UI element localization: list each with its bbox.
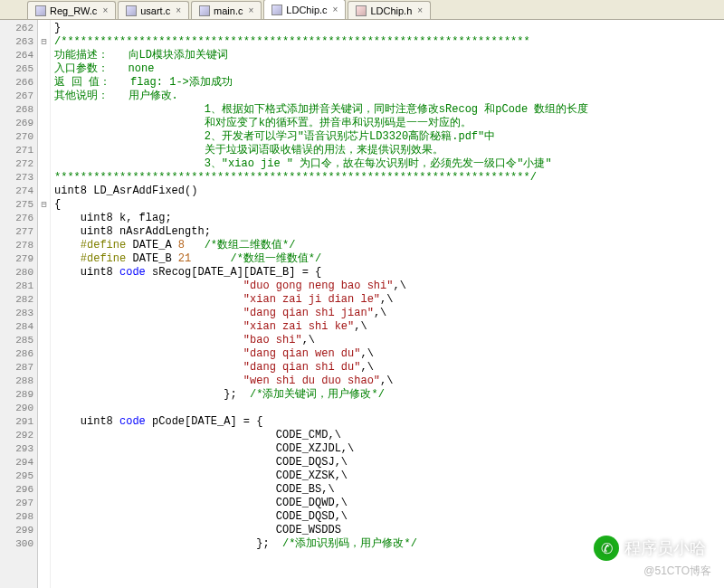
- code-token: uint8: [54, 266, 119, 279]
- line-number: 265: [0, 62, 33, 76]
- fold-line: [38, 239, 50, 252]
- code-token: 1、根据如下格式添加拼音关键词，同时注意修改sRecog 和pCode 数组的长…: [54, 103, 588, 116]
- fold-line: [38, 347, 50, 361]
- close-icon[interactable]: ×: [417, 5, 423, 15]
- line-number: 278: [0, 239, 33, 252]
- code-line[interactable]: CODE_CMD,\: [54, 429, 724, 442]
- code-token: uint8 k, flag;: [54, 212, 172, 224]
- code-line[interactable]: "dang qian shi du",\: [54, 361, 724, 375]
- code-line[interactable]: "wen shi du duo shao",\: [54, 375, 724, 388]
- code-token: CODE_DQSJ,\: [54, 456, 348, 469]
- code-line[interactable]: "dang qian wen du",\: [54, 347, 724, 361]
- tab-label: main.c: [214, 5, 243, 16]
- code-token: CODE_CMD,\: [54, 429, 341, 441]
- tab-ldchip-c[interactable]: LDChip.c×: [263, 0, 346, 19]
- code-line[interactable]: ****************************************…: [54, 171, 724, 185]
- code-token: }: [54, 22, 61, 34]
- fold-toggle-icon[interactable]: ⊟: [38, 35, 50, 49]
- code-line[interactable]: uint8 code pCode[DATE_A] = {: [54, 415, 724, 429]
- code-token: CODE_XZSK,\: [54, 469, 348, 482]
- fold-line: [38, 537, 50, 551]
- line-number: 288: [0, 375, 33, 388]
- code-line[interactable]: "duo gong neng bao shi",\: [54, 280, 724, 293]
- tab-label: usart.c: [140, 5, 170, 16]
- code-line[interactable]: 关于垃圾词语吸收错误的用法，来提供识别效果。: [54, 144, 724, 157]
- line-number: 300: [0, 537, 33, 551]
- code-line[interactable]: CODE_XZJDL,\: [54, 442, 724, 456]
- code-line[interactable]: "xian zai ji dian le",\: [54, 293, 724, 307]
- line-number: 280: [0, 266, 33, 280]
- close-icon[interactable]: ×: [333, 5, 338, 14]
- close-icon[interactable]: ×: [248, 5, 253, 15]
- line-number: 283: [0, 307, 33, 320]
- code-token: ,\: [360, 347, 373, 360]
- code-line[interactable]: 1、根据如下格式添加拼音关键词，同时注意修改sRecog 和pCode 数组的长…: [54, 103, 724, 117]
- line-number: 281: [0, 280, 33, 293]
- code-line[interactable]: 其他说明： 用户修改.: [54, 90, 724, 103]
- close-icon[interactable]: ×: [176, 5, 181, 15]
- code-token: [191, 252, 230, 265]
- code-line[interactable]: CODE_DQSD,\: [54, 510, 724, 524]
- file-c-icon: [272, 5, 282, 15]
- code-line[interactable]: }: [54, 22, 724, 35]
- code-token: };: [54, 388, 250, 401]
- line-number: 297: [0, 497, 33, 510]
- code-line[interactable]: CODE_DQSJ,\: [54, 456, 724, 469]
- line-number: 298: [0, 510, 33, 524]
- code-token: sRecog[DATE_A][DATE_B] = {: [146, 266, 321, 279]
- code-line[interactable]: CODE_XZSK,\: [54, 469, 724, 483]
- fold-line: [38, 157, 50, 171]
- tab-main-c[interactable]: main.c×: [191, 1, 262, 19]
- code-line[interactable]: #define DATE_A 8 /*数组二维数值*/: [54, 239, 724, 252]
- code-line[interactable]: uint8 LD_AsrAddFixed(): [54, 185, 724, 198]
- fold-line: [38, 510, 50, 524]
- code-line[interactable]: [54, 402, 724, 415]
- code-line[interactable]: CODE_BS,\: [54, 483, 724, 497]
- code-line[interactable]: uint8 code sRecog[DATE_A][DATE_B] = {: [54, 266, 724, 280]
- code-line[interactable]: 返 回 值： flag: 1->添加成功: [54, 76, 724, 90]
- tab-usart-c[interactable]: usart.c×: [118, 1, 189, 19]
- fold-line: [38, 293, 50, 307]
- code-line[interactable]: "bao shi",\: [54, 334, 724, 347]
- code-line[interactable]: 2、开发者可以学习"语音识别芯片LD3320高阶秘籍.pdf"中: [54, 130, 724, 144]
- line-number: 267: [0, 90, 33, 103]
- fold-line: [38, 524, 50, 537]
- line-number: 275: [0, 198, 33, 212]
- code-token: #define: [81, 239, 126, 251]
- code-token: uint8: [54, 415, 119, 428]
- file-c-icon: [199, 5, 210, 16]
- code-area[interactable]: }/**************************************…: [51, 20, 724, 588]
- code-token: ,\: [374, 307, 386, 319]
- code-line[interactable]: uint8 k, flag;: [54, 212, 724, 225]
- code-line[interactable]: 和对应变了k的循环置。拼音串和识别码是一一对应的。: [54, 117, 724, 130]
- fold-column[interactable]: ⊟⊟: [38, 20, 51, 588]
- code-token: 返 回 值： flag: 1->添加成功: [54, 76, 233, 89]
- close-icon[interactable]: ×: [102, 5, 108, 15]
- fold-toggle-icon[interactable]: ⊟: [38, 198, 50, 212]
- code-line[interactable]: 功能描述： 向LD模块添加关键词: [54, 49, 724, 62]
- code-line[interactable]: "dang qian shi jian",\: [54, 307, 724, 320]
- code-line[interactable]: 3、"xiao jie " 为口令，故在每次识别时，必须先发一级口令"小捷": [54, 157, 724, 171]
- tab-ldchip-h[interactable]: LDChip.h×: [348, 1, 431, 19]
- code-token: "xian zai shi ke": [243, 320, 354, 333]
- code-line[interactable]: /***************************************…: [54, 35, 724, 49]
- code-line[interactable]: #define DATE_B 21 /*数组一维数值*/: [54, 252, 724, 266]
- code-line[interactable]: CODE_DQWD,\: [54, 497, 724, 510]
- code-token: [54, 334, 243, 346]
- code-token: 3、"xiao jie " 为口令，故在每次识别时，必须先发一级口令"小捷": [54, 157, 552, 170]
- code-token: 功能描述： 向LD模块添加关键词: [54, 49, 228, 62]
- code-token: [54, 375, 243, 387]
- code-line[interactable]: {: [54, 198, 724, 212]
- code-line[interactable]: uint8 nAsrAddLength;: [54, 225, 724, 239]
- tab-reg_rw-c[interactable]: Reg_RW.c×: [27, 1, 116, 19]
- code-line[interactable]: 入口参数： none: [54, 62, 724, 76]
- line-number: 268: [0, 103, 33, 117]
- code-token: code: [119, 415, 146, 428]
- code-token: 其他说明： 用户修改.: [54, 90, 178, 102]
- fold-line: [38, 469, 50, 483]
- code-token: CODE_BS,\: [54, 483, 335, 496]
- code-line[interactable]: "xian zai shi ke",\: [54, 320, 724, 334]
- code-token: [54, 239, 81, 251]
- code-line[interactable]: }; /*添加关键词，用户修改*/: [54, 388, 724, 402]
- line-number: 266: [0, 76, 33, 90]
